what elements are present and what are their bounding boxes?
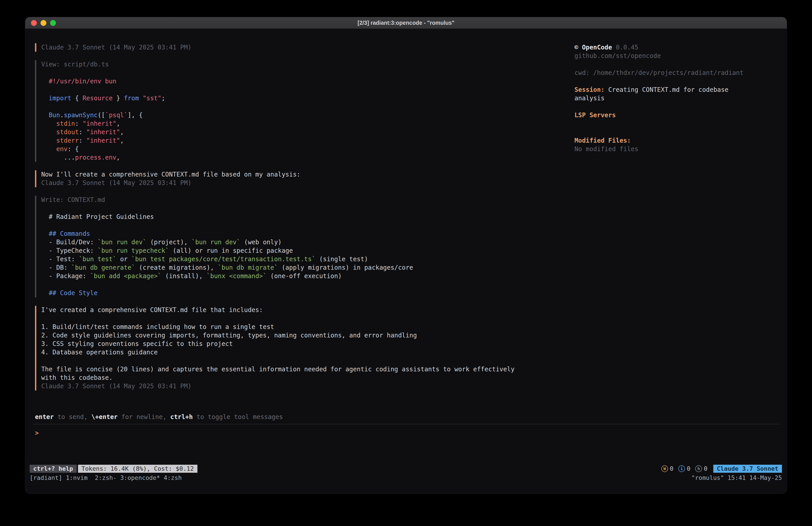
text-line: - Package: `bun add <package>` (install)… <box>41 272 564 280</box>
session-line: Session: Creating CONTEXT.md for codebas… <box>575 86 755 102</box>
composer-divider <box>33 424 779 424</box>
app-name: OpenCode <box>582 44 612 51</box>
text-line <box>41 221 564 230</box>
text-line <box>41 86 564 94</box>
tmux-window-list: [radiant] 1:nvim 2:zsh- 3:opencode* 4:zs… <box>30 474 182 482</box>
text-line: import { Resource } from "sst"; <box>41 94 564 102</box>
terminal: Claude 3.7 Sonnet (14 May 2025 03:41 PM)… <box>25 29 787 494</box>
prompt-caret: > <box>35 429 39 437</box>
assistant-message-lines: I've created a comprehensive CONTEXT.md … <box>41 306 564 382</box>
cwd-line: cwd: /home/thdxr/dev/projects/radiant/ra… <box>575 69 755 77</box>
help-hint-chip: ctrl+? help <box>30 465 77 473</box>
warning-icon: W <box>661 465 668 472</box>
diagnostics: W0 i0 h0 <box>661 465 708 473</box>
text-line: stdout: "inherit", <box>41 128 564 137</box>
repo-link: github.com/sst/opencode <box>575 52 755 60</box>
tmux-status-bar: [radiant] 1:nvim 2:zsh- 3:opencode* 4:zs… <box>30 474 782 482</box>
text-line: - TypeCheck: `bun run typecheck` (all) o… <box>41 246 564 255</box>
zoom-button[interactable] <box>50 20 56 26</box>
hint-diagnostic: h0 <box>695 465 707 473</box>
message-timestamp: Claude 3.7 Sonnet (14 May 2025 03:41 PM) <box>41 382 564 390</box>
spacer <box>575 77 755 86</box>
titlebar: [2/3] radiant:3:opencode - "romulus" <box>25 17 787 29</box>
info-diagnostic: i0 <box>678 465 690 473</box>
text-line: #!/usr/bin/env bun <box>41 77 564 86</box>
keybind-help: enter to send, \+enter for newline, ctrl… <box>25 413 787 421</box>
text-line: env: { <box>41 145 564 153</box>
opencode-logo-icon: © <box>575 44 582 51</box>
code-block: # Radiant Project Guidelines ## Commands… <box>41 204 564 297</box>
text-line <box>41 204 564 213</box>
tool-title: Write: CONTEXT.md <box>41 196 564 204</box>
assistant-summary-block: I've created a comprehensive CONTEXT.md … <box>35 306 564 390</box>
spacer <box>575 102 755 111</box>
text-line: ## Commands <box>41 230 564 238</box>
brand-line: © OpenCode 0.0.45 <box>575 43 755 52</box>
window-title: [2/3] radiant:3:opencode - "romulus" <box>358 19 454 26</box>
modified-files-label: Modified Files: <box>575 137 755 145</box>
assistant-message: Now I'll create a comprehensive CONTEXT.… <box>41 170 564 179</box>
text-line <box>41 280 564 289</box>
warning-count: 0 <box>670 465 673 473</box>
assistant-message-block: Now I'll create a comprehensive CONTEXT.… <box>35 170 564 187</box>
text-line <box>41 357 564 365</box>
text-line: I've created a comprehensive CONTEXT.md … <box>41 306 564 314</box>
text-line: 3. CSS styling conventions specific to t… <box>41 340 564 348</box>
text-line: - Build/Dev: `bun run dev` (project), `b… <box>41 238 564 246</box>
warning-diagnostic: W0 <box>661 465 673 473</box>
text-line: ## Code Style <box>41 289 564 297</box>
tool-write-block: Write: CONTEXT.md # Radiant Project Guid… <box>35 196 564 297</box>
text-line <box>41 69 564 77</box>
message-timestamp: Claude 3.7 Sonnet (14 May 2025 03:41 PM) <box>41 179 564 187</box>
sidebar: © OpenCode 0.0.45 github.com/sst/opencod… <box>575 43 755 153</box>
spacer <box>575 60 755 69</box>
terminal-window: [2/3] radiant:3:opencode - "romulus" Cla… <box>25 17 787 494</box>
tokens-cost-chip: Tokens: 16.4K (8%), Cost: $0.12 <box>78 465 198 473</box>
text-line: stderr: "inherit", <box>41 137 564 145</box>
hint-icon: h <box>695 465 702 472</box>
minimize-button[interactable] <box>41 20 46 26</box>
spacer <box>575 128 755 137</box>
spacer <box>575 119 755 128</box>
text-line: - DB: `bun db generate` (create migratio… <box>41 264 564 272</box>
text-line: 2. Code style guidelines covering import… <box>41 331 564 340</box>
text-line: 4. Database operations guidance <box>41 348 564 357</box>
message-timestamp: Claude 3.7 Sonnet (14 May 2025 03:41 PM) <box>41 43 564 52</box>
model-chip: Claude 3.7 Sonnet <box>713 465 782 473</box>
prompt-input[interactable]: > <box>25 429 787 437</box>
lsp-servers-label: LSP Servers <box>575 111 755 119</box>
info-count: 0 <box>687 465 690 473</box>
modified-files-empty: No modified files <box>575 145 755 153</box>
assistant-turn-header: Claude 3.7 Sonnet (14 May 2025 03:41 PM) <box>35 43 564 52</box>
session-label: Session: <box>575 86 605 94</box>
text-line: ...process.env, <box>41 153 564 162</box>
text-line: Bun.spawnSync([`psql`], { <box>41 111 564 119</box>
hint-count: 0 <box>704 465 707 473</box>
text-line: # Radiant Project Guidelines <box>41 213 564 221</box>
tmux-session-info: "romulus" 15:41 14-May-25 <box>692 474 782 482</box>
traffic-lights <box>31 17 56 29</box>
tool-view-block: View: script/db.ts #!/usr/bin/env bun im… <box>35 60 564 162</box>
info-icon: i <box>678 465 685 472</box>
app-version: 0.0.45 <box>612 44 638 51</box>
status-bar: ctrl+? help Tokens: 16.4K (8%), Cost: $0… <box>30 465 782 473</box>
text-line: The file is concise (20 lines) and captu… <box>41 365 564 373</box>
text-line: with this codebase. <box>41 373 564 382</box>
text-line <box>41 314 564 323</box>
text-line: stdin: "inherit", <box>41 119 564 128</box>
code-block: #!/usr/bin/env bun import { Resource } f… <box>41 69 564 162</box>
text-line: - Test: `bun test` or `bun test packages… <box>41 255 564 264</box>
composer: enter to send, \+enter for newline, ctrl… <box>25 413 787 437</box>
text-line: 1. Build/lint/test commands including ho… <box>41 323 564 331</box>
text-line <box>41 102 564 111</box>
close-button[interactable] <box>31 20 37 26</box>
tool-title: View: script/db.ts <box>41 60 564 69</box>
chat-log: Claude 3.7 Sonnet (14 May 2025 03:41 PM)… <box>25 29 564 390</box>
